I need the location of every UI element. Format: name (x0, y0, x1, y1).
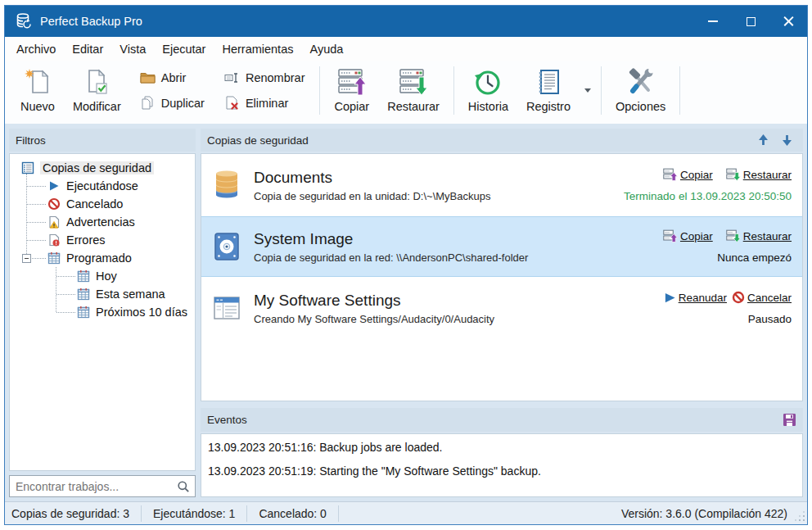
play-icon (47, 179, 61, 193)
options-button[interactable]: Opciones (607, 64, 674, 117)
backup-list: Documents Copia de seguridad en la unida… (201, 153, 803, 401)
move-down-icon[interactable] (781, 134, 793, 147)
tree-item-backups[interactable]: Copias de seguridad (10, 159, 195, 177)
menu-ejecutar[interactable]: Ejecutar (154, 39, 214, 59)
backups-header: Copias de seguridad (201, 129, 803, 152)
tree-item-warnings-label: Advertencias (66, 215, 135, 229)
backup-name: My Software Settings (254, 292, 494, 310)
events-header: Eventos (201, 408, 803, 432)
maximize-button[interactable] (732, 6, 769, 37)
minimize-icon (708, 20, 718, 22)
filters-sidebar: Filtros (9, 129, 196, 497)
cancel-link-label[interactable]: Cancelar (747, 292, 792, 304)
resize-grip[interactable] (803, 519, 805, 521)
rename-button[interactable]: Renombrar (223, 70, 307, 86)
restore-link[interactable]: Restaurar (726, 229, 792, 242)
modify-button[interactable]: Modificar (64, 64, 130, 117)
search-icon[interactable] (177, 480, 190, 493)
backup-row-documents[interactable]: Documents Copia de seguridad en la unida… (201, 154, 802, 216)
backup-description: Creando My Software Settings/Audacity/0/… (254, 313, 494, 325)
close-button[interactable] (769, 6, 807, 37)
backup-info: System Image Copia de seguridad en la re… (254, 230, 528, 264)
menu-herramientas[interactable]: Herramientas (214, 39, 301, 59)
log-button[interactable]: Registro (517, 64, 580, 117)
backup-row-my-software-settings[interactable]: My Software Settings Creando My Software… (201, 277, 802, 339)
copy-backup-button[interactable]: Copiar (325, 64, 378, 117)
backup-actions: Copiar (624, 168, 802, 202)
backup-actions: Reanudar Cancelar Pausado (664, 291, 802, 325)
restore-link-label[interactable]: Restaurar (743, 169, 792, 181)
resume-link-label[interactable]: Reanudar (679, 292, 727, 304)
minimize-button[interactable] (694, 6, 732, 37)
duplicate-button-label: Duplicar (161, 97, 205, 110)
copy-backup-label: Copiar (334, 100, 369, 113)
cancel-icon (732, 291, 745, 304)
restore-link-label[interactable]: Restaurar (743, 230, 792, 242)
tree-item-today-label: Hoy (96, 270, 117, 283)
backup-status: Nunca empezó (717, 251, 792, 264)
restore-small-icon (726, 168, 741, 181)
application-window-icon (211, 292, 244, 324)
cancel-link[interactable]: Cancelar (732, 291, 792, 304)
tree-item-scheduled[interactable]: Programado (10, 249, 195, 267)
tree-item-this-week[interactable]: Esta semana (10, 285, 195, 303)
panel-gap (201, 401, 803, 408)
delete-button[interactable]: Eliminar (223, 94, 307, 111)
error-page-icon (47, 233, 61, 247)
tree-item-today[interactable]: Hoy (10, 267, 195, 285)
app-window: Perfect Backup Pro Archivo Editar Vista … (4, 5, 808, 525)
filters-header-label: Filtros (16, 134, 46, 147)
duplicate-button[interactable]: Duplicar (138, 94, 206, 111)
search-box (9, 475, 196, 497)
restore-backup-button[interactable]: Restaurar (378, 64, 449, 117)
duplicate-icon (140, 96, 156, 110)
open-button-label: Abrir (161, 71, 187, 84)
toolbar-separator (679, 66, 680, 115)
events-log: 13.09.2023 20:51:16: Backup jobs are loa… (201, 433, 803, 497)
tree-item-running[interactable]: Ejecutándose (10, 177, 195, 195)
event-line: 13.09.2023 20:51:19: Starting the "My So… (208, 464, 796, 478)
resume-link[interactable]: Reanudar (664, 292, 727, 304)
maximize-icon (747, 17, 756, 26)
log-dropdown-button[interactable] (580, 64, 596, 117)
toolbar: Nuevo Modificar Abrir (5, 61, 807, 124)
menu-vista[interactable]: Vista (111, 39, 154, 59)
open-duplicate-group: Abrir Duplicar (130, 64, 214, 117)
modify-document-icon (83, 66, 111, 97)
backup-row-system-image[interactable]: System Image Copia de seguridad en la re… (201, 216, 802, 277)
warning-page-icon (47, 215, 61, 229)
move-up-icon[interactable] (757, 134, 769, 147)
save-icon[interactable] (783, 413, 796, 427)
copy-link[interactable]: Copiar (663, 168, 713, 181)
copy-link-label[interactable]: Copiar (680, 169, 713, 181)
backup-info: Documents Copia de seguridad en la unida… (254, 169, 490, 202)
search-input[interactable] (9, 475, 196, 497)
history-button[interactable]: Historia (459, 64, 517, 117)
statusbar: Copias de seguridad: 3 Ejecutándose: 1 C… (5, 501, 807, 524)
copy-link[interactable]: Copiar (663, 229, 713, 242)
options-tools-icon (626, 66, 656, 97)
options-label: Opciones (616, 100, 665, 113)
tree-item-warnings[interactable]: Advertencias (10, 213, 195, 231)
menu-archivo[interactable]: Archivo (8, 39, 64, 59)
restore-backup-label: Restaurar (387, 100, 440, 113)
open-button[interactable]: Abrir (138, 70, 206, 86)
new-button[interactable]: Nuevo (11, 64, 64, 117)
history-clock-icon (473, 66, 503, 97)
menu-editar[interactable]: Editar (64, 39, 111, 59)
rename-delete-group: Renombrar Eliminar (214, 64, 315, 117)
statusbar-backups-count: Copias de seguridad: 3 (5, 505, 142, 522)
tree-item-next-10-days[interactable]: Próximos 10 días (10, 303, 195, 321)
tree-item-cancelled[interactable]: Cancelado (10, 195, 195, 213)
copy-link-label[interactable]: Copiar (680, 230, 713, 242)
copy-small-icon (663, 168, 678, 181)
restore-link[interactable]: Restaurar (726, 168, 792, 181)
backup-status: Terminado el 13.09.2023 20:50:50 (624, 190, 792, 202)
toolbar-separator (453, 66, 454, 115)
backup-actions: Copiar (663, 229, 802, 264)
copy-backup-icon (337, 66, 367, 97)
menu-ayuda[interactable]: Ayuda (301, 39, 351, 59)
tree-item-errors[interactable]: Errores (10, 231, 195, 249)
backup-status: Pausado (748, 313, 792, 325)
tree-collapse-toggle[interactable] (22, 254, 31, 263)
